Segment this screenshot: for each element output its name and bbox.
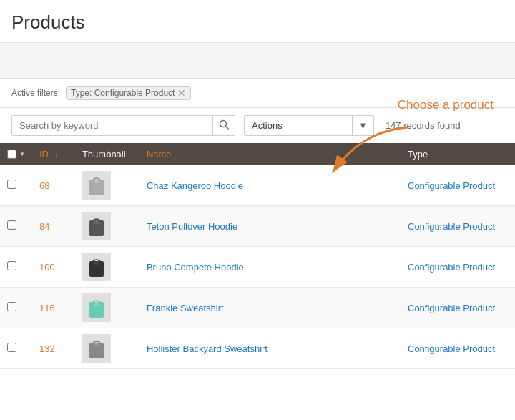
- search-actions-row: Actions ▼ 147 records found Choose a pro…: [0, 108, 515, 143]
- filter-remove-icon[interactable]: ✕: [177, 88, 186, 98]
- td-thumbnail-0: [75, 165, 139, 206]
- th-thumbnail: Thumbnail: [75, 143, 139, 165]
- active-filters-label: Active filters:: [11, 88, 60, 98]
- choose-product-tooltip: Choose a product: [398, 98, 494, 112]
- th-name-label: Name: [147, 149, 172, 160]
- td-checkbox-1: [0, 206, 32, 247]
- product-thumbnail-4: [82, 334, 111, 363]
- records-count: 147 records found: [386, 120, 461, 131]
- dropdown-arrow-icon: ▼: [352, 116, 373, 135]
- th-type: Type: [401, 143, 515, 165]
- td-thumbnail-2: [75, 247, 139, 288]
- td-thumbnail-1: [75, 206, 139, 247]
- td-name-0: Chaz Kangeroo Hoodie: [139, 165, 401, 206]
- td-id-1: 84: [32, 206, 75, 247]
- svg-rect-4: [94, 180, 99, 183]
- page-title: Products: [0, 0, 515, 43]
- row-checkbox-1[interactable]: [7, 220, 16, 230]
- table-row: 116 Frankie Sweatshirt Configurable Prod…: [0, 288, 515, 328]
- td-thumbnail-4: [75, 328, 139, 369]
- td-type-3: Configurable Product: [401, 288, 515, 328]
- product-thumbnail-3: [82, 293, 111, 322]
- row-checkbox-2[interactable]: [7, 261, 16, 270]
- svg-rect-6: [94, 220, 99, 224]
- search-icon: [219, 119, 229, 130]
- row-checkbox-4[interactable]: [7, 343, 16, 352]
- products-table-container: ▼ ID ↓ Thumbnail Name Type: [0, 143, 515, 369]
- search-button[interactable]: [212, 116, 235, 135]
- row-checkbox-0[interactable]: [7, 180, 16, 189]
- table-header-row: ▼ ID ↓ Thumbnail Name Type: [0, 143, 515, 165]
- td-id-4: 132: [32, 328, 75, 369]
- product-link-4[interactable]: Hollister Backyard Sweatshirt: [147, 343, 268, 354]
- table-row: 100 Bruno Compete Hoodie Configurable Pr…: [0, 247, 515, 288]
- td-name-2: Bruno Compete Hoodie: [139, 247, 401, 288]
- checkbox-dropdown-icon[interactable]: ▼: [19, 151, 25, 157]
- td-type-0: Configurable Product: [401, 165, 515, 206]
- toolbar-top: [0, 43, 515, 79]
- td-id-2: 100: [32, 247, 75, 288]
- search-input[interactable]: [12, 116, 212, 135]
- product-thumbnail-1: [82, 212, 111, 240]
- td-name-3: Frankie Sweatshirt: [139, 288, 401, 328]
- th-type-label: Type: [408, 149, 428, 160]
- product-thumbnail-0: [82, 171, 111, 200]
- svg-line-1: [226, 127, 229, 130]
- select-all-checkbox[interactable]: [7, 150, 16, 159]
- td-checkbox-0: [0, 165, 32, 206]
- td-type-2: Configurable Product: [401, 247, 515, 288]
- td-checkbox-3: [0, 288, 32, 328]
- td-type-1: Configurable Product: [401, 206, 515, 247]
- product-link-1[interactable]: Teton Pullover Hoodie: [147, 221, 237, 232]
- sort-icon: ↓: [54, 150, 59, 159]
- td-type-4: Configurable Product: [401, 328, 515, 369]
- td-checkbox-4: [0, 328, 32, 369]
- th-name[interactable]: Name: [139, 143, 401, 165]
- th-id[interactable]: ID ↓: [32, 143, 75, 165]
- td-thumbnail-3: [75, 288, 139, 328]
- search-box: [11, 115, 235, 136]
- th-checkbox: ▼: [0, 143, 32, 165]
- td-id-3: 116: [32, 288, 75, 328]
- th-id-label: ID: [39, 149, 49, 160]
- th-thumbnail-label: Thumbnail: [82, 149, 126, 160]
- row-checkbox-3[interactable]: [7, 302, 16, 311]
- filter-tag-text: Type: Configurable Product: [71, 88, 175, 98]
- td-checkbox-2: [0, 247, 32, 288]
- table-row: 132 Hollister Backyard Sweatshirt Config…: [0, 328, 515, 369]
- td-name-1: Teton Pullover Hoodie: [139, 206, 401, 247]
- td-name-4: Hollister Backyard Sweatshirt: [139, 328, 401, 369]
- actions-label: Actions: [245, 116, 352, 135]
- product-link-0[interactable]: Chaz Kangeroo Hoodie: [147, 180, 243, 191]
- product-thumbnail-2: [82, 253, 111, 281]
- table-row: 68 Chaz Kangeroo Hoodie Configurable Pro…: [0, 165, 515, 206]
- svg-rect-12: [94, 343, 99, 346]
- table-row: 84 Teton Pullover Hoodie Configurable Pr…: [0, 206, 515, 247]
- products-table: ▼ ID ↓ Thumbnail Name Type: [0, 143, 515, 369]
- td-id-0: 68: [32, 165, 75, 206]
- svg-rect-8: [94, 261, 99, 265]
- actions-dropdown[interactable]: Actions ▼: [244, 115, 374, 136]
- svg-rect-10: [94, 302, 99, 306]
- product-link-2[interactable]: Bruno Compete Hoodie: [147, 262, 244, 273]
- filter-tag[interactable]: Type: Configurable Product ✕: [66, 86, 191, 100]
- product-link-3[interactable]: Frankie Sweatshirt: [147, 303, 224, 313]
